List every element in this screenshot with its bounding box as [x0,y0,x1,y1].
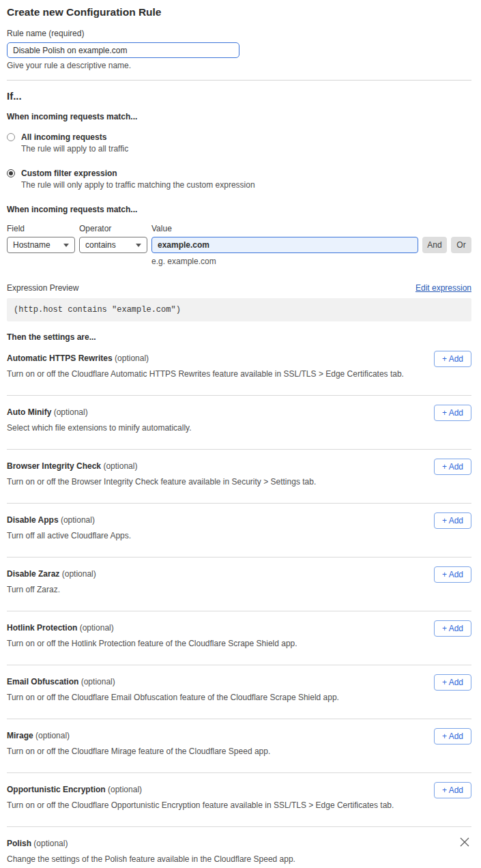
setting-description: Turn off all active Cloudflare Apps. [7,531,471,540]
setting-description: Turn on or off the Cloudflare Email Obfu… [7,693,471,702]
setting-description: Turn on or off the Cloudflare Mirage fea… [7,747,471,756]
value-input[interactable] [151,237,418,253]
optional-label: (optional) [80,623,114,633]
optional-label: (optional) [35,731,70,740]
rule-name-label: Rule name (required) [7,29,471,38]
radio-custom-desc: The rule will only apply to traffic matc… [21,180,255,190]
optional-label: (optional) [62,569,96,579]
setting-auto-minify: Auto Minify (optional) Select which file… [7,396,471,450]
add-browser-integrity-check-button[interactable]: + Add [434,459,471,475]
add-automatic-https-rewrites-button[interactable]: + Add [434,351,471,367]
if-heading: If... [7,90,471,102]
setting-disable-zaraz: Disable Zaraz (optional) Turn off Zaraz.… [7,558,471,611]
setting-hotlink-protection: Hotlink Protection (optional) Turn on or… [7,611,471,665]
optional-label: (optional) [54,407,88,417]
setting-title: Auto Minify [7,407,51,417]
setting-title: Email Obfuscation [7,677,78,686]
add-hotlink-protection-button[interactable]: + Add [434,620,471,637]
match-label-2: When incoming requests match... [7,205,471,214]
value-help: e.g. example.com [151,257,418,266]
setting-title: Hotlink Protection [7,623,77,633]
radio-all-label: All incoming requests [21,132,128,142]
add-mirage-button[interactable]: + Add [434,728,471,744]
setting-title: Disable Zaraz [7,569,59,579]
optional-label: (optional) [33,839,68,848]
divider [7,80,471,81]
setting-browser-integrity-check: Browser Integrity Check (optional) Turn … [7,450,471,504]
setting-title: Automatic HTTPS Rewrites [7,353,113,363]
chevron-down-icon [63,244,69,247]
field-select[interactable]: Hostname [7,237,75,253]
setting-title: Polish [7,839,31,848]
operator-select-value: contains [85,240,116,250]
setting-description: Turn on or off the Hotlink Protection fe… [7,639,471,648]
radio-selected-icon[interactable] [7,169,15,177]
add-email-obfuscation-button[interactable]: + Add [434,674,471,691]
setting-description: Turn on or off the Browser Integrity Che… [7,477,471,487]
setting-mirage: Mirage (optional) Turn on or off the Clo… [7,719,471,773]
optional-label: (optional) [108,785,142,794]
operator-select[interactable]: contains [79,237,147,253]
add-disable-zaraz-button[interactable]: + Add [434,566,471,583]
expression-builder-row: Field Operator Value Hostname contains A… [7,224,471,266]
expression-preview-header: Expression Preview Edit expression [7,283,471,293]
expression-preview-code: (http.host contains "example.com") [7,298,471,321]
then-settings-label: Then the settings are... [7,332,471,342]
setting-opportunistic-encryption: Opportunistic Encryption (optional) Turn… [7,773,471,827]
remove-polish-button[interactable] [459,837,470,848]
setting-description: Turn on or off the Cloudflare Automatic … [7,369,471,379]
edit-expression-link[interactable]: Edit expression [416,283,471,293]
field-label: Field [7,224,75,233]
match-label-1: When incoming requests match... [7,112,471,121]
close-icon [460,837,469,847]
setting-description: Change the settings of the Polish featur… [7,854,471,864]
chevron-down-icon [136,244,141,247]
setting-title: Disable Apps [7,515,59,525]
rule-name-help: Give your rule a descriptive name. [7,61,471,70]
optional-label: (optional) [103,461,137,471]
setting-title: Browser Integrity Check [7,461,101,471]
field-select-value: Hostname [13,240,50,250]
optional-label: (optional) [115,353,149,363]
radio-custom-label: Custom filter expression [21,169,255,178]
setting-description: Turn on or off the Cloudflare Opportunis… [7,800,471,810]
radio-all-desc: The rule will apply to all traffic [21,144,128,154]
setting-description: Select which file extensions to minify a… [7,423,471,433]
radio-all-incoming-requests[interactable]: All incoming requests The rule will appl… [7,132,471,154]
and-button[interactable]: And [422,237,447,253]
radio-custom-filter-expression[interactable]: Custom filter expression The rule will o… [7,169,471,190]
optional-label: (optional) [61,515,95,525]
page-title: Create new Configuration Rule [7,6,471,18]
match-type-radio-group: All incoming requests The rule will appl… [7,132,471,190]
create-configuration-rule-form: Create new Configuration Rule Rule name … [0,0,481,868]
setting-title: Opportunistic Encryption [7,785,106,794]
optional-label: (optional) [81,677,115,686]
radio-unselected-icon[interactable] [7,133,15,141]
rule-name-group: Rule name (required) Give your rule a de… [7,29,471,70]
setting-email-obfuscation: Email Obfuscation (optional) Turn on or … [7,665,471,719]
add-disable-apps-button[interactable]: + Add [434,512,471,529]
setting-polish: Polish (optional) Change the settings of… [7,827,471,868]
value-label: Value [151,224,418,233]
setting-disable-apps: Disable Apps (optional) Turn off all act… [7,504,471,558]
add-opportunistic-encryption-button[interactable]: + Add [434,782,471,798]
rule-name-input[interactable] [7,42,239,58]
add-auto-minify-button[interactable]: + Add [434,405,471,421]
expression-preview-label: Expression Preview [7,283,78,293]
or-button[interactable]: Or [451,237,471,253]
operator-label: Operator [79,224,147,233]
setting-title: Mirage [7,731,33,740]
setting-description: Turn off Zaraz. [7,585,471,594]
setting-automatic-https-rewrites: Automatic HTTPS Rewrites (optional) Turn… [7,342,471,396]
